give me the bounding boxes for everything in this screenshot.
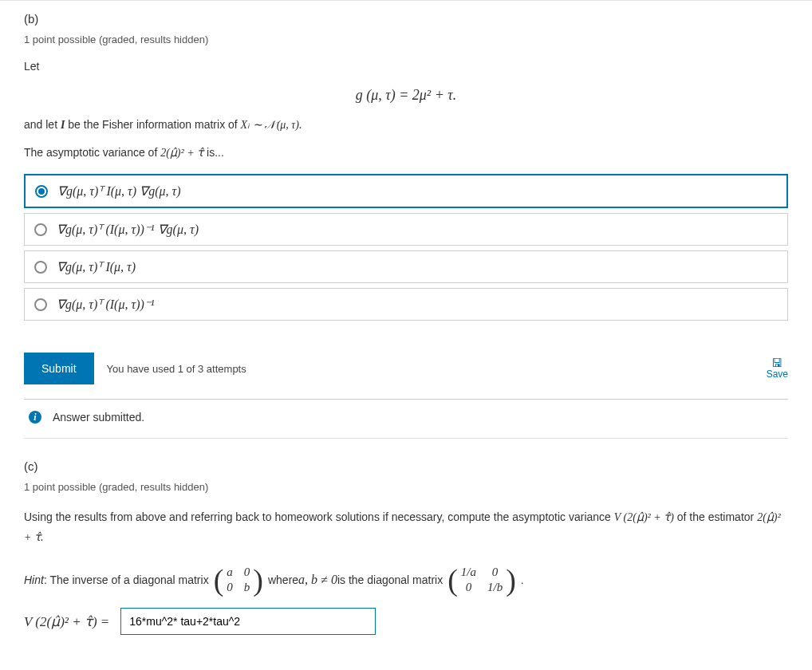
part-b-points: 1 point possible (graded, results hidden… bbox=[24, 34, 788, 45]
choice-2[interactable]: ∇g(μ, τ)ᵀ I(μ, τ) bbox=[24, 250, 788, 283]
hint-ab: a, b ≠ 0 bbox=[298, 573, 337, 587]
part-c-prompt: Using the results from above and referri… bbox=[24, 507, 788, 547]
xi-dist: Xᵢ ∼ 𝒩 (μ, τ). bbox=[241, 119, 302, 131]
choice-0[interactable]: ∇g(μ, τ)ᵀ I(μ, τ) ∇g(μ, τ) bbox=[24, 174, 788, 208]
radio-icon bbox=[34, 223, 47, 236]
hint-end: . bbox=[521, 573, 524, 586]
radio-icon bbox=[35, 185, 48, 198]
part-c-points: 1 point possible (graded, results hidden… bbox=[24, 481, 788, 493]
status-row: i Answer submitted. bbox=[24, 400, 788, 439]
m2-d: 1/b bbox=[487, 581, 503, 594]
asymp-math: 2(μ̂)² + τ̂ bbox=[160, 147, 203, 159]
m2-a: 1/a bbox=[461, 566, 476, 579]
asymptotic-line: The asymptotic variance of 2(μ̂)² + τ̂ i… bbox=[24, 146, 788, 160]
save-button[interactable]: 🖫 Save bbox=[767, 357, 788, 380]
choice-label: ∇g(μ, τ)ᵀ (I(μ, τ))⁻¹ ∇g(μ, τ) bbox=[57, 222, 199, 237]
choice-label: ∇g(μ, τ)ᵀ (I(μ, τ))⁻¹ bbox=[57, 297, 155, 312]
hint-mid2: is the diagonal matrix bbox=[337, 573, 443, 586]
answer-label: V (2(μ̂)² + τ̂) = bbox=[24, 613, 109, 630]
matrix-1: ( a 0 0 b ) bbox=[214, 565, 263, 595]
answer-input[interactable] bbox=[120, 608, 376, 635]
save-icon: 🖫 bbox=[767, 357, 788, 368]
c-prompt-mid: of the estimator bbox=[674, 510, 757, 523]
let-text: Let bbox=[24, 60, 788, 73]
save-label: Save bbox=[767, 368, 788, 380]
info-icon: i bbox=[29, 411, 41, 424]
m1-b: 0 bbox=[244, 566, 250, 579]
and-let-mid: be the Fisher information matrix of bbox=[65, 118, 240, 131]
m2-b: 0 bbox=[487, 566, 503, 579]
hint-mid1: where bbox=[268, 573, 298, 586]
fisher-line: and let I be the Fisher information matr… bbox=[24, 118, 788, 132]
matrix-2: ( 1/a 0 0 1/b ) bbox=[447, 565, 516, 595]
hint-line: Hint: The inverse of a diagonal matrix (… bbox=[24, 565, 788, 595]
status-text: Answer submitted. bbox=[53, 411, 144, 424]
c-prompt-pre: Using the results from above and referri… bbox=[24, 510, 614, 523]
choice-1[interactable]: ∇g(μ, τ)ᵀ (I(μ, τ))⁻¹ ∇g(μ, τ) bbox=[24, 213, 788, 246]
hint-label: Hint bbox=[24, 573, 44, 586]
part-c-label: (c) bbox=[24, 459, 788, 473]
m2-c: 0 bbox=[461, 581, 476, 594]
c-prompt-V: V (2(μ̂)² + τ̂) bbox=[614, 511, 674, 523]
m1-a: a bbox=[227, 566, 233, 579]
asymp-post: is... bbox=[203, 146, 224, 159]
part-b-label: (b) bbox=[24, 12, 788, 26]
m1-c: 0 bbox=[227, 581, 233, 594]
submit-button[interactable]: Submit bbox=[24, 353, 94, 384]
hint-pre: : The inverse of a diagonal matrix bbox=[44, 573, 209, 586]
choice-label: ∇g(μ, τ)ᵀ I(μ, τ) ∇g(μ, τ) bbox=[57, 183, 181, 199]
choice-group: ∇g(μ, τ)ᵀ I(μ, τ) ∇g(μ, τ) ∇g(μ, τ)ᵀ (I(… bbox=[24, 174, 788, 321]
choice-label: ∇g(μ, τ)ᵀ I(μ, τ) bbox=[57, 259, 136, 274]
equation-g: g (μ, τ) = 2μ² + τ. bbox=[24, 87, 788, 104]
m1-d: b bbox=[244, 581, 250, 594]
radio-icon bbox=[34, 261, 47, 274]
radio-icon bbox=[34, 298, 47, 311]
attempts-text: You have used 1 of 3 attempts bbox=[107, 363, 246, 375]
asymp-pre: The asymptotic variance of bbox=[24, 146, 160, 159]
choice-3[interactable]: ∇g(μ, τ)ᵀ (I(μ, τ))⁻¹ bbox=[24, 288, 788, 321]
and-let-pre: and let bbox=[24, 118, 61, 131]
